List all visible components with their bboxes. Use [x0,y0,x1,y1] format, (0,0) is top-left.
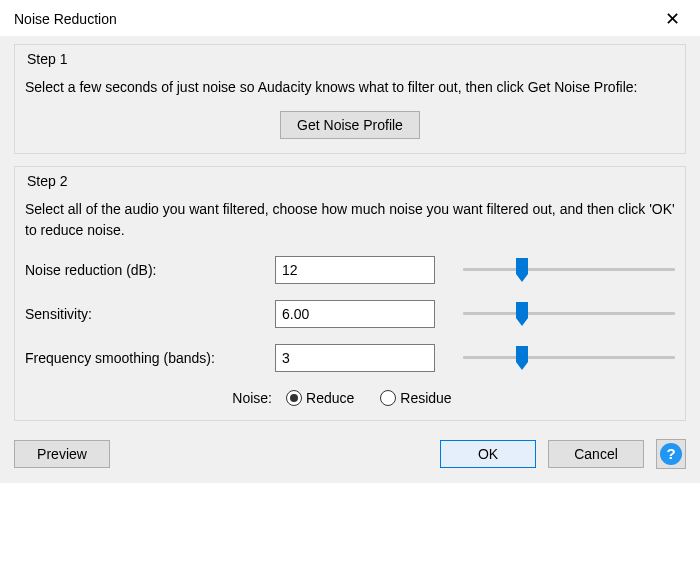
sensitivity-row: Sensitivity: [25,300,675,328]
slider-thumb-icon[interactable] [516,346,528,370]
frequency-smoothing-row: Frequency smoothing (bands): [25,344,675,372]
frequency-smoothing-input[interactable] [275,344,435,372]
help-button[interactable]: ? [656,439,686,469]
noise-mode-label: Noise: [232,390,272,406]
noise-reduction-row: Noise reduction (dB): [25,256,675,284]
radio-residue-label: Residue [400,390,451,406]
step1-description: Select a few seconds of just noise so Au… [25,77,675,97]
cancel-button[interactable]: Cancel [548,440,644,468]
get-noise-profile-button[interactable]: Get Noise Profile [280,111,420,139]
sensitivity-input[interactable] [275,300,435,328]
radio-residue[interactable]: Residue [380,390,451,406]
noise-reduction-slider[interactable] [463,256,675,284]
slider-thumb-icon[interactable] [516,302,528,326]
step1-legend: Step 1 [25,51,69,67]
preview-button[interactable]: Preview [14,440,110,468]
help-icon: ? [660,443,682,465]
radio-checked-icon [286,390,302,406]
step2-group: Step 2 Select all of the audio you want … [14,166,686,421]
sensitivity-slider[interactable] [463,300,675,328]
dialog-footer: Preview OK Cancel ? [14,433,686,469]
radio-unchecked-icon [380,390,396,406]
sensitivity-label: Sensitivity: [25,306,275,322]
slider-thumb-icon[interactable] [516,258,528,282]
close-icon[interactable]: ✕ [659,8,686,30]
frequency-smoothing-label: Frequency smoothing (bands): [25,350,275,366]
step2-legend: Step 2 [25,173,69,189]
radio-reduce-label: Reduce [306,390,354,406]
noise-reduction-label: Noise reduction (dB): [25,262,275,278]
frequency-smoothing-slider[interactable] [463,344,675,372]
step1-group: Step 1 Select a few seconds of just nois… [14,44,686,154]
noise-reduction-input[interactable] [275,256,435,284]
step2-description: Select all of the audio you want filtere… [25,199,675,240]
ok-button[interactable]: OK [440,440,536,468]
radio-reduce[interactable]: Reduce [286,390,354,406]
window-title: Noise Reduction [14,11,117,27]
